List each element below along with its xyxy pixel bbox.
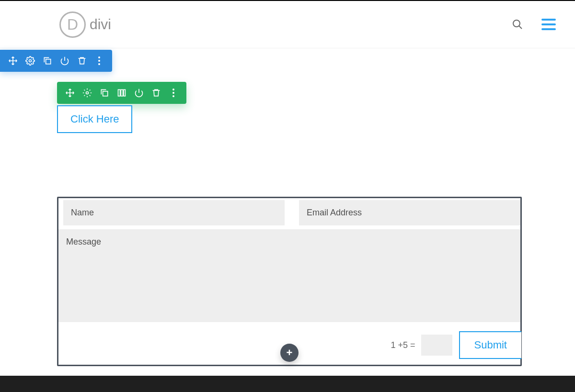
more-vertical-icon[interactable]: [94, 56, 104, 66]
duplicate-icon[interactable]: [42, 56, 53, 66]
section-toolbar: [0, 50, 112, 72]
contact-form-module[interactable]: 1 +5 = Submit: [57, 197, 522, 366]
add-module-button[interactable]: +: [280, 344, 299, 362]
logo-mark-icon: D: [59, 11, 86, 38]
logo-text: divi: [90, 16, 111, 33]
svg-rect-6: [118, 90, 120, 96]
power-icon[interactable]: [134, 88, 144, 98]
settings-gear-icon[interactable]: [82, 88, 92, 98]
search-icon[interactable]: [512, 19, 523, 30]
duplicate-icon[interactable]: [99, 88, 110, 98]
main-header: D divi: [0, 0, 575, 48]
trash-icon[interactable]: [151, 88, 161, 98]
svg-point-2: [29, 60, 32, 62]
svg-point-4: [86, 92, 89, 94]
settings-gear-icon[interactable]: [25, 56, 35, 66]
trash-icon[interactable]: [77, 56, 87, 66]
email-field[interactable]: [299, 200, 520, 225]
click-here-button[interactable]: Click Here: [57, 105, 132, 133]
captcha-input[interactable]: [421, 335, 452, 356]
name-field[interactable]: [63, 200, 285, 225]
logo: D divi: [59, 11, 111, 38]
plus-icon: +: [287, 347, 293, 359]
svg-line-1: [519, 26, 522, 29]
message-field[interactable]: [58, 229, 520, 322]
svg-rect-3: [46, 59, 51, 64]
row-toolbar: [57, 82, 186, 104]
columns-icon[interactable]: [116, 88, 127, 98]
svg-point-0: [513, 20, 520, 27]
header-right: [512, 19, 556, 30]
move-icon[interactable]: [8, 56, 18, 66]
svg-rect-5: [103, 91, 108, 96]
move-icon[interactable]: [65, 88, 75, 98]
more-vertical-icon[interactable]: [168, 88, 179, 98]
captcha-label: 1 +5 =: [391, 340, 415, 350]
submit-button[interactable]: Submit: [459, 331, 521, 359]
svg-rect-7: [121, 90, 123, 96]
footer: [0, 376, 575, 392]
svg-rect-8: [124, 90, 125, 96]
power-icon[interactable]: [59, 56, 70, 66]
hamburger-menu-icon[interactable]: [541, 19, 556, 30]
